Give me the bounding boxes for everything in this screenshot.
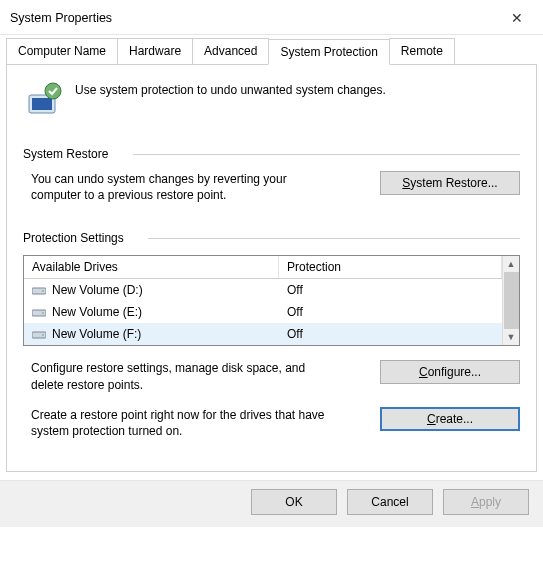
system-restore-text: You can undo system changes by reverting… — [31, 171, 311, 203]
table-scrollbar[interactable]: ▲ ▼ — [502, 256, 519, 345]
tab-hardware[interactable]: Hardware — [117, 38, 193, 64]
table-row[interactable]: New Volume (E:) Off — [24, 301, 502, 323]
svg-rect-1 — [32, 98, 52, 110]
drive-icon — [32, 307, 46, 317]
tab-system-protection[interactable]: System Protection — [268, 39, 389, 65]
tab-strip: Computer Name Hardware Advanced System P… — [0, 35, 543, 64]
tab-remote[interactable]: Remote — [389, 38, 455, 64]
column-protection[interactable]: Protection — [279, 256, 502, 278]
close-button[interactable]: ✕ — [503, 8, 531, 28]
scroll-thumb[interactable] — [504, 272, 519, 329]
panel-description: Use system protection to undo unwanted s… — [75, 79, 386, 97]
svg-rect-3 — [32, 288, 46, 294]
create-button[interactable]: Create... — [380, 407, 520, 431]
system-restore-button[interactable]: System Restore... — [380, 171, 520, 195]
drive-name: New Volume (D:) — [52, 283, 143, 297]
svg-point-4 — [42, 291, 44, 293]
apply-button[interactable]: Apply — [443, 489, 529, 515]
configure-row: Configure restore settings, manage disk … — [31, 360, 520, 392]
svg-point-8 — [42, 335, 44, 337]
protection-settings-group-title: Protection Settings — [23, 231, 520, 245]
scroll-down-icon[interactable]: ▼ — [503, 329, 519, 345]
system-protection-panel: Use system protection to undo unwanted s… — [6, 64, 537, 472]
table-row[interactable]: New Volume (D:) Off — [24, 279, 502, 301]
system-restore-group-title: System Restore — [23, 147, 520, 161]
titlebar: System Properties ✕ — [0, 0, 543, 35]
ok-button[interactable]: OK — [251, 489, 337, 515]
svg-rect-5 — [32, 310, 46, 316]
system-restore-row: You can undo system changes by reverting… — [31, 171, 520, 203]
create-row: Create a restore point right now for the… — [31, 407, 520, 439]
system-protection-icon — [23, 79, 63, 119]
column-available-drives[interactable]: Available Drives — [24, 256, 279, 278]
panel-header: Use system protection to undo unwanted s… — [23, 79, 520, 119]
tab-advanced[interactable]: Advanced — [192, 38, 269, 64]
svg-point-6 — [42, 313, 44, 315]
window-title: System Properties — [10, 11, 112, 25]
drive-icon — [32, 285, 46, 295]
drive-protection: Off — [279, 279, 502, 301]
drive-icon — [32, 329, 46, 339]
drive-name: New Volume (E:) — [52, 305, 142, 319]
drive-name: New Volume (F:) — [52, 327, 141, 341]
drives-table: Available Drives Protection New Volume (… — [23, 255, 520, 346]
cancel-button[interactable]: Cancel — [347, 489, 433, 515]
dialog-button-bar: OK Cancel Apply — [0, 480, 543, 527]
svg-point-2 — [45, 83, 61, 99]
drive-protection: Off — [279, 301, 502, 323]
drives-table-header: Available Drives Protection — [24, 256, 502, 279]
table-row[interactable]: New Volume (F:) Off — [24, 323, 502, 345]
svg-rect-7 — [32, 332, 46, 338]
system-properties-window: System Properties ✕ Computer Name Hardwa… — [0, 0, 543, 527]
configure-button[interactable]: Configure... — [380, 360, 520, 384]
configure-text: Configure restore settings, manage disk … — [31, 360, 341, 392]
drive-protection: Off — [279, 323, 502, 345]
create-text: Create a restore point right now for the… — [31, 407, 341, 439]
tab-computer-name[interactable]: Computer Name — [6, 38, 118, 64]
scroll-up-icon[interactable]: ▲ — [503, 256, 519, 272]
